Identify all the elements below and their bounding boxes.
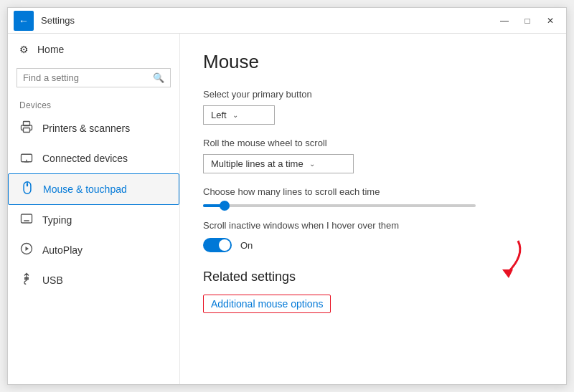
typing-label: Typing	[42, 214, 72, 226]
typing-icon	[19, 212, 34, 228]
toggle-on-text: On	[240, 240, 253, 251]
sidebar-item-usb[interactable]: USB	[8, 265, 179, 295]
primary-button-label: Select your primary button	[203, 89, 543, 100]
page-title: Mouse	[203, 51, 543, 73]
maximize-button[interactable]: □	[517, 11, 537, 31]
slider-thumb[interactable]	[220, 201, 230, 211]
scroll-wheel-dropdown[interactable]: Multiple lines at a time ⌄	[203, 154, 354, 173]
chevron-down-icon: ⌄	[232, 111, 238, 119]
primary-button-group: Select your primary button Left ⌄	[203, 89, 543, 125]
scroll-wheel-value: Multiple lines at a time	[211, 158, 304, 169]
sidebar-item-mouse[interactable]: Mouse & touchpad	[8, 173, 179, 205]
usb-icon	[19, 272, 34, 288]
connected-label: Connected devices	[42, 153, 128, 164]
sidebar-item-typing[interactable]: Typing	[8, 205, 179, 235]
title-bar-left: ← Settings	[14, 11, 75, 31]
minimize-button[interactable]: —	[494, 11, 514, 31]
svg-marker-9	[502, 269, 513, 278]
sidebar-item-autoplay[interactable]: AutoPlay	[8, 235, 179, 265]
section-label: Devices	[8, 93, 179, 113]
svg-marker-8	[26, 247, 29, 251]
home-label: Home	[37, 44, 64, 55]
home-icon: ⚙	[19, 44, 29, 55]
window-title: Settings	[41, 15, 75, 26]
arrow-annotation	[479, 234, 529, 294]
printers-icon	[19, 120, 34, 136]
svg-point-5	[27, 183, 28, 186]
search-box[interactable]: 🔍	[17, 68, 171, 87]
printers-label: Printers & scanners	[42, 123, 130, 134]
inactive-scroll-toggle[interactable]	[203, 238, 232, 252]
primary-button-dropdown[interactable]: Left ⌄	[203, 105, 275, 125]
scroll-wheel-label: Roll the mouse wheel to scroll	[203, 138, 543, 148]
related-settings-section: Related settings Additional mouse option…	[203, 269, 543, 313]
window-controls: — □ ✕	[494, 11, 560, 31]
settings-window: ← Settings — □ ✕ ⚙ Home 🔍 Devices	[7, 7, 567, 385]
mouse-icon	[20, 181, 34, 197]
connected-icon	[19, 150, 34, 166]
primary-button-value: Left	[211, 110, 227, 120]
red-arrow-svg	[479, 234, 529, 291]
search-icon: 🔍	[153, 72, 164, 83]
mouse-label: Mouse & touchpad	[43, 183, 127, 195]
back-button[interactable]: ←	[14, 11, 34, 31]
sidebar-item-home[interactable]: ⚙ Home	[8, 37, 179, 62]
chevron-down-icon-2: ⌄	[309, 160, 315, 168]
sidebar: ⚙ Home 🔍 Devices Printers & scanners	[8, 34, 180, 384]
sidebar-item-connected[interactable]: Connected devices	[8, 143, 179, 173]
scroll-lines-label: Choose how many lines to scroll each tim…	[203, 186, 543, 197]
sidebar-item-printers[interactable]: Printers & scanners	[8, 113, 179, 143]
autoplay-icon	[19, 242, 34, 258]
inactive-scroll-label: Scroll inactive windows when I hover ove…	[203, 220, 543, 231]
search-input[interactable]	[23, 72, 149, 83]
usb-label: USB	[42, 274, 63, 286]
main-content: Mouse Select your primary button Left ⌄ …	[180, 34, 566, 384]
content-area: ⚙ Home 🔍 Devices Printers & scanners	[8, 34, 566, 384]
additional-mouse-options-link[interactable]: Additional mouse options	[203, 295, 331, 313]
scroll-lines-group: Choose how many lines to scroll each tim…	[203, 186, 543, 207]
title-bar: ← Settings — □ ✕	[8, 8, 566, 34]
scroll-wheel-group: Roll the mouse wheel to scroll Multiple …	[203, 138, 543, 173]
slider-track[interactable]	[203, 204, 476, 207]
autoplay-label: AutoPlay	[42, 244, 83, 256]
close-button[interactable]: ✕	[540, 11, 560, 31]
svg-rect-1	[24, 128, 30, 133]
